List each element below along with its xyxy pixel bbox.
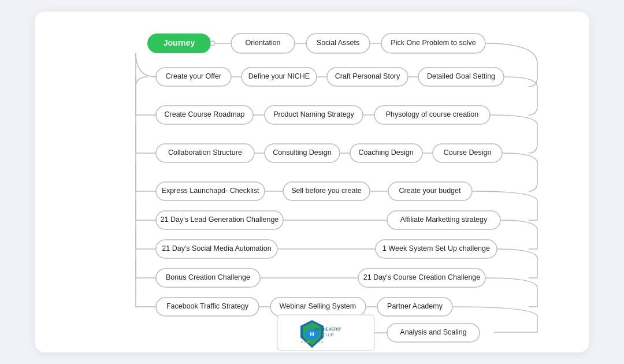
budget-label: Create your budget [399,187,461,195]
bonus-creation-label: Bonus Creation Challenge [166,273,250,281]
svg-point-0 [210,41,215,46]
collab-structure-label: Collaboration Structure [168,148,242,157]
journey-label: Journey [164,38,195,47]
express-launch-label: Express Launchapd- Checklist [162,187,259,195]
define-niche-label: Define your NICHE [248,72,310,80]
analysis-scaling-label: Analysis and Scaling [400,328,466,336]
course-creation-challenge-label: 21 Day's Course Creation Challenge [363,273,481,281]
coaching-design-label: Coaching Design [358,148,413,157]
craft-story-label: Craft Personal Story [335,72,400,80]
system-setup-label: 1 Week System Set Up challenge [382,244,490,252]
svg-text:★★: ★★ [318,340,324,344]
orientation-label: Orientation [245,39,280,47]
consulting-design-label: Consulting Design [273,148,331,157]
course-design-label: Course Design [444,148,492,157]
svg-text:★★★: ★★★ [300,340,309,344]
product-naming-label: Product Naming Strategy [273,110,354,118]
partner-academy-label: Partner Academy [387,302,443,310]
facebook-traffic-label: Facebook Traffic Strategy [166,302,249,310]
svg-text:CLUB: CLUB [323,333,334,337]
create-offer-label: Create your Offer [166,72,221,80]
course-roadmap-label: Create Course Roadmap [165,110,245,118]
physology-label: Physology of course creation [386,110,479,118]
pick-one-problem-label: Pick One Problem to solve [391,39,476,47]
webinar-selling-label: Webinar Selling System [280,302,356,310]
affiliate-label: Affiliate Marketting strategy [400,216,488,224]
social-media-auto-label: 21 Day's Social Media Automation [162,244,271,252]
svg-text:ACHIEVERS': ACHIEVERS' [315,326,341,332]
lead-gen-label: 21 Day's Lead Generation Challenge [161,216,279,224]
sell-before-label: Sell before you create [291,187,362,195]
mindmap-card: Journey Orientation Social Assets Pick O… [35,12,589,352]
goal-setting-label: Detailed Goal Setting [427,72,495,80]
svg-text:M: M [310,331,314,337]
social-assets-label: Social Assets [317,39,359,47]
